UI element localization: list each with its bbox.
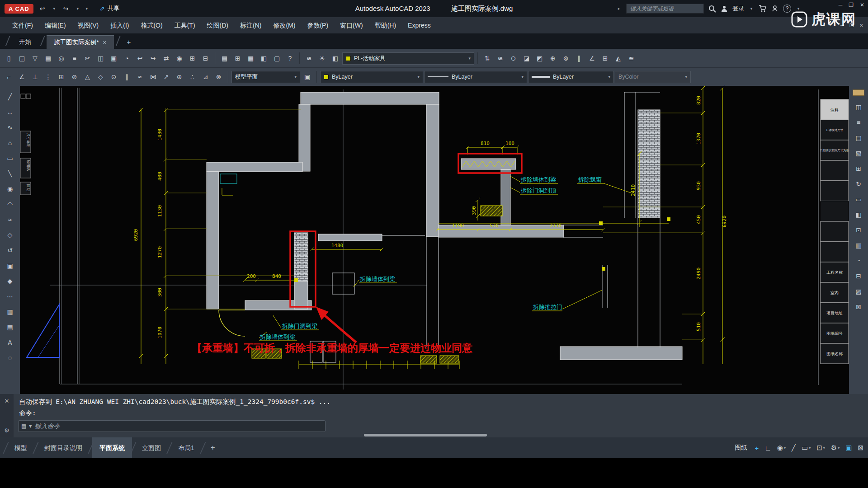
lineweight-dropdown[interactable]: ByLayer ▾: [528, 71, 614, 83]
horizontal-scrollbar[interactable]: [364, 434, 487, 436]
toolbar-icon[interactable]: ⊟: [199, 52, 212, 65]
modify-tool-icon[interactable]: ⊞: [853, 162, 865, 174]
menu-insert[interactable]: 插入(I): [104, 17, 135, 33]
osnap-icon[interactable]: ⊕: [173, 71, 185, 83]
layout-tab-cover[interactable]: 封面目录说明: [37, 437, 90, 458]
toolbar-icon[interactable]: ▣: [108, 52, 120, 65]
quick-access-caret-icon[interactable]: ▾: [84, 6, 90, 11]
autocad-logo[interactable]: A CAD: [5, 4, 33, 14]
modify-tool-icon[interactable]: ▤: [853, 131, 865, 144]
draw-tool-icon[interactable]: ◠: [4, 198, 16, 210]
modify-tool-icon[interactable]: ↻: [853, 178, 865, 190]
layout-tab-plan[interactable]: 平面系统: [92, 437, 132, 458]
layer-tool-icon[interactable]: ◩: [533, 52, 546, 65]
layer-tool-icon[interactable]: ◧: [329, 52, 341, 65]
color-dropdown[interactable]: ByLayer ▾: [320, 71, 423, 83]
toolbar-icon[interactable]: ◉: [173, 52, 185, 65]
modify-tool-icon[interactable]: ▧: [853, 147, 865, 159]
layer-tool-icon[interactable]: ◪: [520, 52, 533, 65]
menu-tools[interactable]: 工具(T): [169, 17, 201, 33]
layer-tool-icon[interactable]: ⇅: [481, 52, 493, 65]
osnap-toggle-icon[interactable]: ◉▾: [777, 444, 786, 452]
apps-icon[interactable]: [771, 5, 778, 12]
draw-tool-icon[interactable]: ↺: [4, 244, 16, 256]
osnap-icon[interactable]: ⊿: [199, 71, 212, 83]
modify-tool-icon[interactable]: ◧: [853, 208, 865, 221]
redo-caret-icon[interactable]: ▾: [75, 6, 80, 11]
toolbar-icon[interactable]: ◧: [258, 52, 270, 65]
menu-modify[interactable]: 修改(M): [267, 17, 301, 33]
toolbar-icon[interactable]: ◱: [16, 52, 28, 65]
menu-parametric[interactable]: 参数(P): [301, 17, 334, 33]
modify-tool-icon[interactable]: ⊠: [853, 300, 865, 313]
draw-tool-icon[interactable]: ⌂: [4, 136, 16, 149]
new-layout-button[interactable]: +: [204, 443, 222, 452]
layer-tool-icon[interactable]: ⊕: [547, 52, 559, 65]
menu-dimension[interactable]: 标注(N): [234, 17, 267, 33]
osnap-icon[interactable]: ⌐: [3, 71, 15, 83]
command-close-icon[interactable]: ✕: [5, 398, 9, 404]
toolbar-icon[interactable]: ◔: [121, 52, 133, 65]
osnap-icon[interactable]: ⊙: [108, 71, 120, 83]
ortho-toggle-icon[interactable]: ∟: [764, 444, 771, 452]
modify-tool-icon[interactable]: ≡: [853, 116, 865, 128]
layer-tool-icon[interactable]: ⊞: [599, 52, 611, 65]
osnap-icon[interactable]: ◇: [94, 71, 107, 83]
toolbar-icon[interactable]: ◎: [55, 52, 67, 65]
menu-express[interactable]: Express: [402, 17, 437, 33]
undo-button[interactable]: ↩: [37, 3, 48, 14]
search-icon[interactable]: [708, 5, 716, 13]
modify-tool-icon[interactable]: ◔: [853, 254, 865, 267]
command-customize-icon[interactable]: ⚙: [4, 427, 9, 434]
paper-space-label[interactable]: 图纸: [735, 444, 747, 452]
toolbar-icon[interactable]: ⊞: [186, 52, 198, 65]
modify-tool-icon[interactable]: ▨: [853, 285, 865, 297]
draw-tool-icon[interactable]: ╱: [4, 90, 16, 103]
toolbar-icon[interactable]: ↪: [147, 52, 159, 65]
search-input[interactable]: [626, 4, 704, 14]
share-button[interactable]: ⇗ 共享: [99, 5, 120, 13]
layer-tool-icon[interactable]: ∥: [573, 52, 585, 65]
login-caret-icon[interactable]: ▾: [749, 6, 754, 11]
command-input[interactable]: [34, 422, 322, 430]
layer-tool-icon[interactable]: ∠: [586, 52, 598, 65]
tab-start[interactable]: 开始: [12, 35, 38, 49]
draw-tool-icon[interactable]: ↔: [4, 106, 16, 118]
toolbar-icon[interactable]: ↩: [134, 52, 146, 65]
layer-tool-icon[interactable]: ≌: [625, 52, 637, 65]
toolbar-icon[interactable]: ▽: [29, 52, 41, 65]
undo-caret-icon[interactable]: ▾: [52, 6, 57, 11]
menu-format[interactable]: 格式(O): [135, 17, 168, 33]
user-icon[interactable]: [721, 5, 728, 12]
search-arrow-icon[interactable]: ▸: [616, 6, 622, 11]
toolbar-icon[interactable]: ▯: [3, 52, 15, 65]
draw-tool-icon[interactable]: ▦: [4, 305, 16, 318]
osnap-icon[interactable]: △: [81, 71, 94, 83]
toolbar-icon[interactable]: ▤: [218, 52, 231, 65]
osnap-icon[interactable]: ⋈: [147, 71, 159, 83]
layout-tab-elevation[interactable]: 立面图: [135, 437, 168, 458]
layer-dropdown[interactable]: PL-活动家具 ▾: [342, 52, 474, 65]
mdi-close-button[interactable]: ✕: [859, 23, 863, 28]
draw-tool-icon[interactable]: ◌: [4, 352, 16, 364]
modify-tool-icon[interactable]: ◫: [853, 101, 865, 113]
toolbar-icon[interactable]: ▦: [245, 52, 257, 65]
toolbar-icon[interactable]: ⊞: [231, 52, 244, 65]
polar-toggle-icon[interactable]: ╱: [792, 444, 796, 452]
layout-tab-layout1[interactable]: 布局1: [171, 437, 202, 458]
layer-tool-icon[interactable]: ☀: [316, 52, 328, 65]
osnap-icon[interactable]: ≈: [134, 71, 146, 83]
osnap-icon[interactable]: ∥: [121, 71, 133, 83]
layer-tool-icon[interactable]: ⊜: [507, 52, 519, 65]
camera-icon[interactable]: ▣: [301, 71, 313, 83]
osnap-icon[interactable]: ⊗: [212, 71, 225, 83]
draw-tool-icon[interactable]: ◉: [4, 183, 16, 195]
draw-tool-icon[interactable]: ◇: [4, 229, 16, 241]
close-button[interactable]: ✕: [860, 2, 864, 8]
draw-tool-icon[interactable]: ╲: [4, 167, 16, 179]
annotation-scale-icon[interactable]: ⊡▾: [816, 444, 825, 452]
draw-tool-icon[interactable]: ∿: [4, 121, 16, 133]
osnap-icon[interactable]: ⋮: [42, 71, 54, 83]
draw-tool-icon[interactable]: ▤: [4, 321, 16, 333]
fullscreen-icon[interactable]: ⊠: [858, 444, 863, 452]
